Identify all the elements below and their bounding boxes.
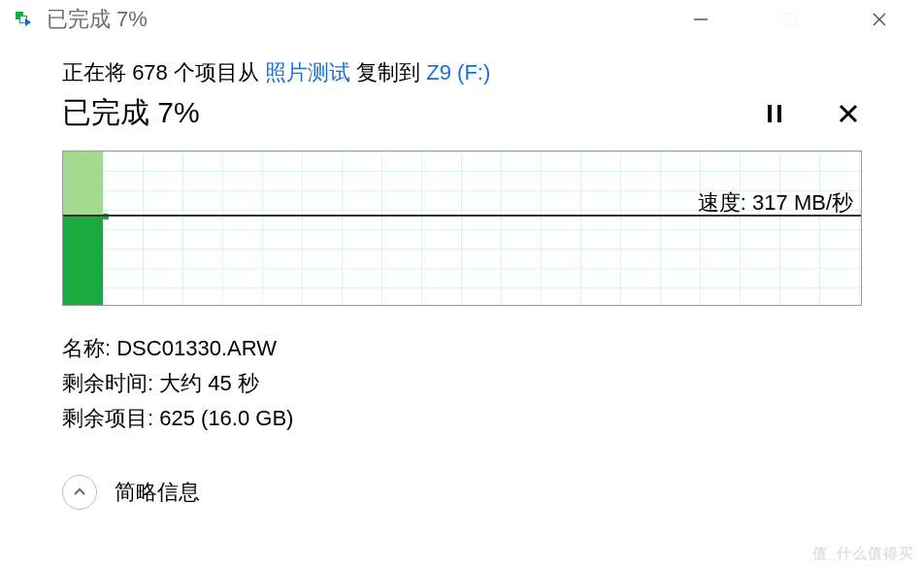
details-block: 名称: DSC01330.ARW 剩余时间: 大约 45 秒 剩余项目: 625… — [62, 331, 862, 436]
desc-middle: 个项目从 — [168, 60, 265, 84]
detail-name: 名称: DSC01330.ARW — [62, 331, 862, 366]
items-value: 625 (16.0 GB) — [159, 406, 293, 430]
cancel-button[interactable] — [835, 100, 862, 127]
items-label: 剩余项目: — [62, 406, 159, 430]
close-button[interactable] — [835, 0, 924, 39]
speed-label-text: 速度: — [698, 190, 752, 215]
svg-rect-4 — [768, 105, 772, 122]
collapse-button[interactable] — [62, 475, 97, 510]
desc-between: 复制到 — [350, 60, 426, 84]
chart-lower-fill — [63, 216, 103, 306]
progress-row: 已完成 7% — [62, 93, 862, 133]
minimize-button[interactable] — [656, 0, 745, 39]
progress-percent: 7% — [157, 96, 199, 128]
speed-label: 速度: 317 MB/秒 — [698, 188, 853, 218]
destination-link[interactable]: Z9 (F:) — [426, 60, 490, 84]
progress-label: 已完成 — [62, 96, 157, 128]
desc-count: 678 — [132, 60, 168, 84]
window-title: 已完成 7% — [47, 5, 148, 34]
progress-text: 已完成 7% — [62, 93, 200, 133]
chart-upper-fill — [63, 151, 103, 216]
footer: 简略信息 — [62, 475, 862, 510]
operation-description: 正在将 678 个项目从 照片测试 复制到 Z9 (F:) — [62, 58, 862, 87]
watermark: 值_什么值得买 — [812, 545, 914, 563]
dialog-content: 正在将 678 个项目从 照片测试 复制到 Z9 (F:) 已完成 7% 速度:… — [0, 39, 924, 510]
name-value: DSC01330.ARW — [116, 336, 277, 360]
pause-button[interactable] — [761, 100, 788, 127]
name-label: 名称: — [62, 336, 116, 360]
source-link[interactable]: 照片测试 — [265, 60, 350, 84]
detail-items: 剩余项目: 625 (16.0 GB) — [62, 401, 862, 436]
speed-chart: 速度: 317 MB/秒 — [62, 151, 862, 306]
titlebar: 已完成 7% — [0, 0, 924, 39]
copy-progress-icon — [16, 12, 35, 27]
footer-label[interactable]: 简略信息 — [115, 478, 200, 507]
time-label: 剩余时间: — [62, 371, 159, 395]
chevron-up-icon — [72, 485, 87, 500]
desc-prefix: 正在将 — [62, 60, 132, 84]
time-value: 大约 45 秒 — [159, 371, 259, 395]
speed-value: 317 MB/秒 — [752, 190, 853, 215]
maximize-button[interactable] — [745, 0, 835, 39]
window-controls — [656, 0, 924, 39]
svg-rect-5 — [777, 105, 781, 122]
detail-time: 剩余时间: 大约 45 秒 — [62, 366, 862, 401]
svg-rect-1 — [784, 14, 796, 25]
